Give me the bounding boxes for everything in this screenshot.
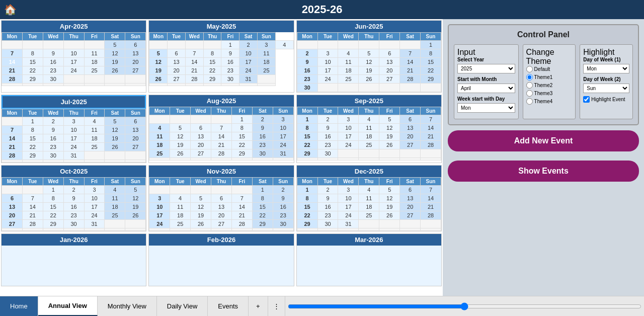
cal-day-cell[interactable]: 6 [125,41,146,49]
cal-day-cell[interactable]: 30 [43,151,63,160]
cal-day-cell[interactable]: 17 [63,58,84,66]
cal-day-cell[interactable]: 7 [185,49,203,58]
theme-theme4-radio[interactable] [526,98,533,105]
cal-day-cell[interactable]: 4 [105,186,125,194]
cal-day-cell[interactable]: 18 [359,203,379,211]
cal-day-cell[interactable]: 25 [338,75,359,84]
cal-day-cell[interactable]: 13 [125,49,146,58]
cal-day-cell[interactable]: 14 [231,203,252,211]
cal-day-cell[interactable]: 9 [43,126,63,134]
cal-day-cell[interactable]: 2 [297,49,317,58]
cal-day-cell[interactable]: 26 [359,75,379,84]
cal-day-cell[interactable]: 24 [317,75,338,84]
cal-day-cell[interactable]: 5 [125,186,146,194]
cal-day-cell[interactable]: 8 [203,49,221,58]
cal-day-cell[interactable]: 9 [252,124,273,132]
cal-day-cell[interactable]: 7 [231,194,252,203]
cal-day-cell[interactable]: 30 [317,220,338,228]
cal-day-cell[interactable]: 27 [125,66,146,75]
cal-day-cell[interactable]: 9 [297,58,317,66]
cal-day-cell[interactable]: 20 [400,132,421,141]
cal-day-cell[interactable]: 3 [63,117,84,126]
tab-daily[interactable]: Daily View [157,296,208,316]
cal-day-cell[interactable]: 7 [2,49,23,58]
cal-day-cell[interactable]: 6 [400,115,421,124]
cal-day-cell[interactable]: 10 [149,203,170,211]
cal-day-cell[interactable]: 22 [297,211,317,220]
cal-day-cell[interactable]: 31 [63,151,84,160]
cal-day-cell[interactable]: 28 [211,149,232,158]
cal-day-cell[interactable]: 24 [63,66,84,75]
cal-day-cell[interactable]: 27 [211,220,232,228]
cal-day-cell[interactable]: 6 [211,194,232,203]
cal-day-cell[interactable]: 2 [252,115,273,124]
cal-day-cell[interactable]: 5 [105,117,125,126]
cal-day-cell[interactable]: 12 [379,194,400,203]
cal-day-cell[interactable]: 1 [421,41,441,49]
cal-day-cell[interactable]: 20 [191,141,211,149]
cal-day-cell[interactable]: 10 [63,49,84,58]
cal-day-cell[interactable]: 2 [317,115,338,124]
cal-day-cell[interactable]: 14 [2,58,23,66]
cal-day-cell[interactable]: 3 [149,194,170,203]
scroll-slider[interactable] [288,302,641,310]
cal-day-cell[interactable]: 23 [297,75,317,84]
cal-day-cell[interactable]: 13 [400,124,421,132]
cal-day-cell[interactable]: 30 [297,84,317,92]
cal-day-cell[interactable]: 12 [149,58,168,66]
cal-day-cell[interactable]: 16 [221,58,239,66]
cal-day-cell[interactable]: 22 [231,141,252,149]
cal-day-cell[interactable]: 22 [22,143,43,151]
cal-day-cell[interactable]: 15 [252,203,273,211]
day-of-week2-dropdown[interactable]: MonTueWedThuFriSatSun [583,84,629,93]
cal-day-cell[interactable]: 24 [63,143,84,151]
cal-day-cell[interactable]: 11 [105,194,125,203]
cal-day-cell[interactable]: 29 [421,75,441,84]
cal-day-cell[interactable]: 7 [211,124,232,132]
cal-day-cell[interactable]: 16 [63,203,84,211]
cal-day-cell[interactable]: 28 [231,220,252,228]
cal-day-cell[interactable]: 1 [297,186,317,194]
cal-day-cell[interactable]: 21 [2,143,23,151]
cal-day-cell[interactable]: 25 [258,66,276,75]
cal-day-cell[interactable]: 20 [379,66,400,75]
cal-day-cell[interactable]: 16 [252,132,273,141]
cal-day-cell[interactable]: 6 [125,117,146,126]
cal-day-cell[interactable]: 9 [221,49,239,58]
cal-day-cell[interactable]: 13 [400,194,421,203]
cal-day-cell[interactable]: 3 [317,49,338,58]
cal-day-cell[interactable]: 5 [379,186,400,194]
cal-day-cell[interactable]: 28 [185,75,203,84]
cal-day-cell[interactable]: 22 [203,66,221,75]
cal-day-cell[interactable]: 30 [273,220,293,228]
cal-day-cell[interactable]: 13 [168,58,186,66]
cal-day-cell[interactable]: 7 [421,115,441,124]
cal-day-cell[interactable]: 10 [63,126,84,134]
cal-day-cell[interactable]: 25 [170,220,191,228]
cal-day-cell[interactable]: 28 [2,75,23,84]
cal-day-cell[interactable]: 25 [359,141,379,149]
cal-day-cell[interactable]: 10 [338,124,359,132]
show-events-button[interactable]: Show Events [448,161,639,182]
cal-day-cell[interactable]: 4 [359,186,379,194]
cal-day-cell[interactable]: 26 [125,211,146,220]
cal-day-cell[interactable]: 23 [317,141,338,149]
cal-day-cell[interactable]: 20 [125,134,146,143]
cal-day-cell[interactable]: 29 [43,220,63,228]
cal-day-cell[interactable]: 21 [211,141,232,149]
add-tab-button[interactable]: + [249,296,268,316]
cal-day-cell[interactable]: 29 [252,220,273,228]
cal-day-cell[interactable]: 24 [149,220,170,228]
cal-day-cell[interactable]: 10 [84,194,105,203]
cal-day-cell[interactable]: 19 [105,134,125,143]
cal-day-cell[interactable]: 10 [273,124,293,132]
cal-day-cell[interactable]: 10 [239,49,258,58]
theme-theme2-radio[interactable] [526,82,533,89]
cal-day-cell[interactable]: 14 [211,132,232,141]
cal-day-cell[interactable]: 22 [252,211,273,220]
cal-day-cell[interactable]: 27 [125,143,146,151]
cal-day-cell[interactable]: 6 [2,194,23,203]
cal-day-cell[interactable]: 15 [297,132,317,141]
cal-day-cell[interactable]: 15 [297,203,317,211]
cal-day-cell[interactable]: 26 [379,141,400,149]
